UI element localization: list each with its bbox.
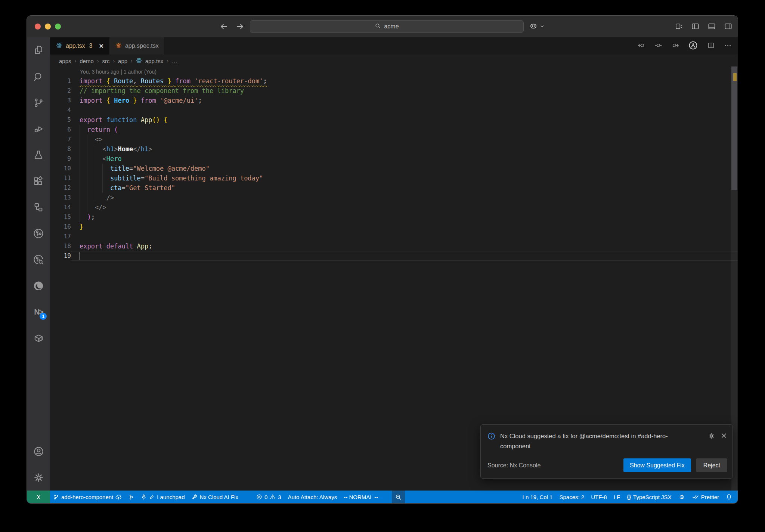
line-number[interactable]: 16 [50, 222, 71, 232]
code-line[interactable]: 13 /> [50, 193, 738, 202]
breadcrumb-item[interactable]: app [118, 58, 127, 64]
launchpad-status[interactable]: Launchpad [137, 491, 188, 503]
code-line[interactable]: 12 cta="Get Started" [50, 183, 738, 193]
code-line[interactable]: 7 <> [50, 134, 738, 144]
gear-icon[interactable] [708, 432, 715, 441]
eol-status[interactable]: LF [610, 491, 624, 503]
vim-mode-status[interactable]: -- NORMAL -- [340, 491, 381, 503]
line-number[interactable]: 8 [50, 144, 71, 154]
code-line[interactable]: 8 <h1>Home</h1> [50, 144, 738, 154]
indentation-status[interactable]: Spaces: 2 [556, 491, 588, 503]
line-number[interactable]: 3 [50, 96, 71, 105]
copilot-status[interactable] [675, 491, 689, 503]
line-number[interactable]: 1 [50, 76, 71, 86]
code-line[interactable]: 14 </> [50, 202, 738, 212]
close-icon[interactable]: ✕ [99, 43, 104, 50]
line-number[interactable]: 6 [50, 125, 71, 134]
toggle-panel-icon[interactable] [707, 22, 716, 32]
graph-circle-icon[interactable] [688, 40, 698, 52]
code-line[interactable]: 17 [50, 232, 738, 241]
line-number[interactable]: 12 [50, 183, 71, 193]
activity-explorer[interactable] [27, 37, 50, 64]
command-center-search[interactable]: acme [250, 20, 524, 33]
line-number[interactable]: 15 [50, 212, 71, 222]
activity-extensions[interactable] [27, 168, 50, 194]
line-number[interactable]: 4 [50, 105, 71, 115]
activity-commit-graph[interactable] [27, 220, 50, 247]
prettier-status[interactable]: Prettier [689, 491, 722, 503]
activity-graph-search[interactable] [27, 247, 50, 273]
commit-graph-status[interactable] [125, 491, 137, 503]
code-line[interactable]: 2// importing the component from the lib… [50, 86, 738, 96]
cursor-position-status[interactable]: Ln 19, Col 1 [519, 491, 556, 503]
tab-app-spec-tsx[interactable]: app.spec.tsx [109, 37, 164, 55]
zoom-status[interactable] [392, 491, 405, 503]
activity-testing[interactable] [27, 142, 50, 168]
prev-change-icon[interactable] [638, 41, 645, 51]
code-line[interactable]: 5export function App() { [50, 115, 738, 125]
notifications-bell[interactable] [722, 491, 735, 503]
code-line[interactable]: 19 [50, 251, 738, 261]
language-status[interactable]: {} TypeScript JSX [623, 491, 675, 503]
line-number[interactable]: 2 [50, 86, 71, 96]
activity-remote-explorer[interactable] [27, 194, 50, 220]
toggle-secondary-sidebar-icon[interactable] [724, 22, 733, 32]
line-number[interactable]: 5 [50, 115, 71, 125]
breadcrumb-file[interactable]: app.tsx [145, 58, 163, 64]
customize-layout-icon[interactable] [675, 22, 683, 32]
gitlens-blame[interactable]: You, 3 hours ago | 1 author (You) [50, 67, 738, 76]
reject-button[interactable]: Reject [696, 458, 727, 472]
maximize-window-button[interactable] [55, 24, 61, 30]
line-number[interactable]: 10 [50, 164, 71, 173]
nx-cloud-fix-status[interactable]: Nx Cloud AI Fix [188, 491, 242, 503]
activity-search[interactable] [27, 64, 50, 90]
activity-accounts[interactable] [27, 438, 50, 464]
more-actions-icon[interactable] [724, 41, 732, 51]
breadcrumb-item[interactable]: demo [80, 58, 94, 64]
scrollbar-thumb[interactable] [731, 66, 737, 190]
line-number[interactable]: 13 [50, 193, 71, 202]
code-line[interactable]: 11 subtitle="Build something amazing tod… [50, 173, 738, 183]
next-change-icon[interactable] [671, 41, 679, 51]
code-line[interactable]: 1import { Route, Routes } from 'react-ro… [50, 76, 738, 86]
branch-status[interactable]: add-hero-component [50, 491, 125, 503]
code-line[interactable]: 18export default App; [50, 241, 738, 251]
activity-nx-console[interactable]: N> 1 [27, 299, 50, 325]
show-suggested-fix-button[interactable]: Show Suggested Fix [623, 458, 691, 472]
tab-app-tsx[interactable]: app.tsx 3 ✕ [50, 37, 109, 55]
line-number[interactable]: 18 [50, 241, 71, 251]
breadcrumb-more[interactable]: … [172, 58, 177, 64]
line-number[interactable]: 9 [50, 154, 71, 164]
activity-settings[interactable] [27, 464, 50, 491]
code-line[interactable]: 9 <Hero [50, 154, 738, 164]
current-change-icon[interactable] [654, 41, 662, 51]
code-line[interactable]: 16} [50, 222, 738, 232]
problems-status[interactable]: 0 3 [253, 491, 285, 503]
code-line[interactable]: 3import { Hero } from '@acme/ui'; [50, 96, 738, 105]
line-number[interactable]: 14 [50, 202, 71, 212]
breadcrumb-item[interactable]: apps [59, 58, 71, 64]
activity-containers[interactable] [27, 325, 50, 351]
activity-edge-tools[interactable] [27, 273, 50, 299]
line-number[interactable]: 19 [50, 251, 71, 261]
split-editor-icon[interactable] [707, 41, 715, 51]
remote-indicator[interactable] [27, 491, 50, 503]
code-line[interactable]: 15 ); [50, 212, 738, 222]
encoding-status[interactable]: UTF-8 [588, 491, 610, 503]
forward-icon[interactable] [236, 22, 245, 31]
line-number[interactable]: 17 [50, 232, 71, 241]
minimize-window-button[interactable] [45, 24, 51, 30]
activity-run-debug[interactable] [27, 116, 50, 142]
line-number[interactable]: 11 [50, 173, 71, 183]
breadcrumb-item[interactable]: src [102, 58, 109, 64]
close-window-button[interactable] [35, 24, 41, 30]
back-icon[interactable] [219, 22, 228, 31]
code-line[interactable]: 10 title="Welcmoe @acme/demo" [50, 164, 738, 173]
code-line[interactable]: 4 [50, 105, 738, 115]
toggle-primary-sidebar-icon[interactable] [691, 22, 700, 32]
close-icon[interactable] [721, 432, 727, 441]
auto-attach-status[interactable]: Auto Attach: Always [285, 491, 341, 503]
code-line[interactable]: 6 return ( [50, 125, 738, 134]
line-number[interactable]: 7 [50, 134, 71, 144]
copilot-menu[interactable] [529, 21, 545, 33]
